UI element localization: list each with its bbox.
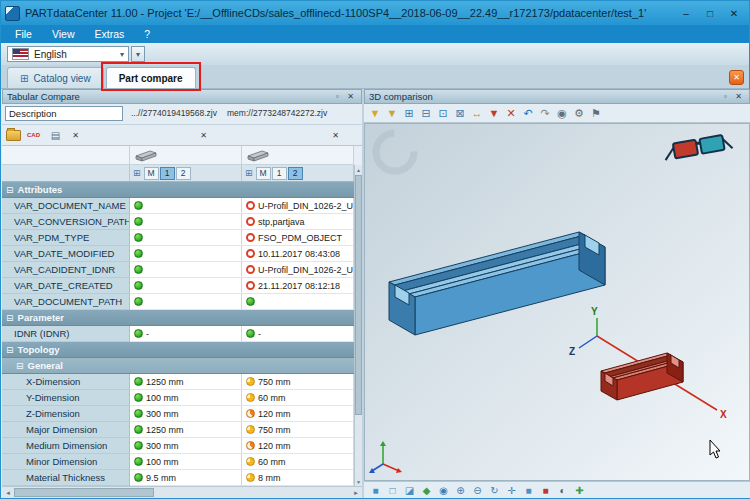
horizontal-scroll-thumb[interactable] [14,488,154,497]
rotate-view-icon[interactable]: ↻ [487,483,502,497]
group-label: Topology [18,344,60,355]
vertical-scrollbar[interactable]: ▲ ▼ [354,165,362,486]
value-text: 9.5 mm [146,473,176,483]
remove-part1-button[interactable]: ✕ [196,128,211,142]
zoom-out-icon[interactable]: ⊖ [470,483,485,497]
menu-extras[interactable]: Extras [85,28,135,40]
compare-row[interactable]: VAR_CADIDENT_IDNRU-Profil_DIN_1026-2_U..… [2,262,354,278]
header-spacer [2,165,130,181]
wireframe-view-icon[interactable]: □ [385,483,400,497]
part2-master-toggle[interactable]: M [256,167,271,180]
group-row-attributes[interactable]: ⊟Attributes [2,182,354,198]
close-button[interactable]: ✕ [723,5,745,22]
scroll-right-icon[interactable]: ► [350,487,362,498]
open-file-button[interactable] [6,128,21,142]
compare-row[interactable]: IDNR (IDNR)-- [2,326,354,342]
part2-thumbnail[interactable] [242,146,354,164]
print-button[interactable]: ▤ [48,128,63,142]
collapse-icon[interactable]: ⊟ [6,345,14,355]
hidden-line-view-icon[interactable]: ◪ [402,483,417,497]
part1-col1-toggle[interactable]: 1 [160,167,175,180]
compare-table-icon[interactable]: ⊞ [401,105,417,121]
group-row-topology[interactable]: ⊟Topology [2,342,354,358]
redo-icon[interactable]: ↷ [537,105,553,121]
anaglyph-view-icon[interactable]: ◐ [555,483,570,497]
value-cell-part2: 750 mm [242,422,354,438]
axes-toggle-icon[interactable]: ✚ [572,483,587,497]
compare-row[interactable]: VAR_DATE_CREATED21.11.2017 08:12:18 [2,278,354,294]
part2-visibility-icon[interactable]: ■ [538,483,553,497]
shaded-view-icon[interactable]: ■ [368,483,383,497]
compare-row[interactable]: VAR_PDM_TYPEFSO_PDM_OBJECT [2,230,354,246]
compare-row[interactable]: VAR_DOCUMENT_NAMEU-Profil_DIN_1026-2_U..… [2,198,354,214]
compare-row[interactable]: VAR_CONVERSION_PATHstp,partjava [2,214,354,230]
part1-thumbnail[interactable] [130,146,242,164]
description-row: ...//2774019419568.zjv mem://27732487422… [2,104,362,125]
compare-row[interactable]: VAR_DOCUMENT_PATH [2,294,354,310]
dock-close-icon[interactable]: ✕ [732,91,745,103]
tab-part-compare[interactable]: Part compare [106,67,196,88]
scroll-down-icon[interactable]: ▼ [355,477,362,486]
language-dropdown-button[interactable]: ▾ [131,46,145,62]
maximize-button[interactable]: □ [699,5,721,22]
row-label: VAR_CADIDENT_IDNR [2,262,130,278]
perspective-view-icon[interactable]: ◆ [419,483,434,497]
compare-row[interactable]: Z-Dimension300 mm120 mm [2,406,354,422]
part2-col1-toggle[interactable]: 1 [272,167,287,180]
group-row-general[interactable]: ⊟General [2,358,354,374]
filter-rows-icon[interactable]: ▼ [486,105,502,121]
compare-row[interactable]: X-Dimension1250 mm750 mm [2,374,354,390]
dock-float-icon[interactable]: ▫ [719,91,732,103]
pan-view-icon[interactable]: ✛ [504,483,519,497]
compare-row[interactable]: Medium Dimension300 mm120 mm [2,438,354,454]
settings-gear-icon[interactable]: ⚙ [571,105,587,121]
description-input[interactable] [5,106,123,121]
compare-row[interactable]: Y-Dimension100 mm60 mm [2,390,354,406]
filter-settings-icon[interactable]: ▼ [367,105,383,121]
snapshot-icon[interactable]: ◉ [554,105,570,121]
scroll-left-icon[interactable]: ◄ [2,487,14,498]
close-compare-button[interactable]: ✕ [68,128,83,142]
dock-float-icon[interactable]: ▫ [331,91,344,103]
pin-view-icon[interactable]: ⚑ [588,105,604,121]
horizontal-scrollbar[interactable]: ◄ ► [2,486,362,498]
group-row-parameter[interactable]: ⊟Parameter [2,310,354,326]
horizontal-scroll-track[interactable] [14,487,350,498]
3d-viewport[interactable]: X Y Z [364,123,750,481]
dock-close-icon[interactable]: ✕ [344,91,357,103]
scroll-up-icon[interactable]: ▲ [355,165,362,174]
part1-visibility-icon[interactable]: ■ [521,483,536,497]
compare-row[interactable]: VAR_DATE_MODIFIED10.11.2017 08:43:08 [2,246,354,262]
row-label: VAR_DOCUMENT_NAME [2,198,130,214]
filter-edit-icon[interactable]: ▼ [384,105,400,121]
collapse-icon[interactable]: ⊟ [6,313,14,323]
zoom-in-icon[interactable]: ⊕ [453,483,468,497]
close-tab-button[interactable]: ✕ [729,70,744,85]
tab-catalog-view[interactable]: ⊞ Catalog view [7,67,104,88]
collapse-icon[interactable]: ⊟ [6,185,14,195]
clear-filter-icon[interactable]: ✕ [503,105,519,121]
zoom-fit-icon[interactable]: ◉ [436,483,451,497]
x-axis-label: X [720,409,727,420]
compare-merge-icon[interactable]: ⊟ [418,105,434,121]
compare-row[interactable]: Major Dimension1250 mm750 mm [2,422,354,438]
part2-col2-toggle[interactable]: 2 [288,167,303,180]
cad-export-button[interactable]: CAD [26,128,41,142]
compare-row[interactable]: Minor Dimension100 mm60 mm [2,454,354,470]
minimize-button[interactable]: – [675,5,697,22]
swap-parts-icon[interactable]: ↔ [469,105,485,121]
status-partial-low-icon [246,441,255,450]
undo-icon[interactable]: ↶ [520,105,536,121]
select-mapping-icon[interactable]: ⊡ [435,105,451,121]
menu-help[interactable]: ? [134,28,160,40]
compare-row[interactable]: Material Thickness9.5 mm8 mm [2,470,354,486]
part1-col2-toggle[interactable]: 2 [176,167,191,180]
remove-part2-button[interactable]: ✕ [328,128,343,142]
highlight-differences-icon[interactable]: ⊠ [452,105,468,121]
part1-master-toggle[interactable]: M [144,167,159,180]
menu-view[interactable]: View [42,28,85,40]
menu-file[interactable]: File [5,28,42,40]
collapse-icon[interactable]: ⊟ [16,361,24,371]
language-select[interactable]: English ▾ [7,46,129,62]
vertical-scroll-thumb[interactable] [355,175,362,415]
